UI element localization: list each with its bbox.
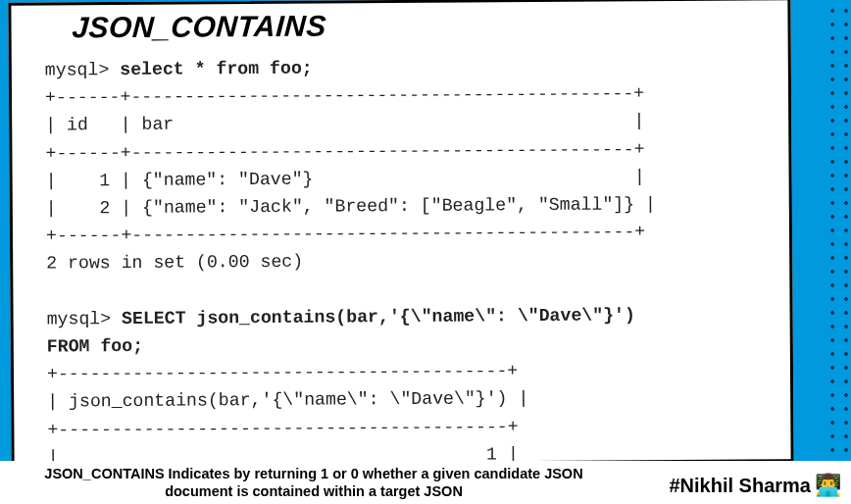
slide-page: JSON_CONTAINS mysql> select * from foo; … (8, 0, 793, 468)
pattern-dots (822, 0, 851, 504)
author-credit: #Nikhil Sharma 👨‍💻 (669, 473, 841, 498)
rows-message: 2 rows in set (0.00 sec) (46, 252, 303, 274)
caption-bar: JSON_CONTAINS Indicates by returning 1 o… (0, 461, 851, 504)
sql-query: SELECT json_contains(bar,'{\"name\": \"D… (122, 305, 635, 328)
laptop-person-icon: 👨‍💻 (815, 473, 841, 498)
table-header: | id | bar | (45, 112, 644, 135)
prompt: mysql> (47, 309, 112, 328)
slide-title: JSON_CONTAINS (71, 6, 755, 44)
terminal-output: mysql> select * from foo; +------+------… (45, 51, 758, 467)
sql-query: FROM foo; (47, 336, 143, 357)
table-divider: +------+--------------------------------… (45, 139, 644, 163)
prompt: mysql> (45, 60, 110, 79)
table-divider: +------+--------------------------------… (45, 83, 644, 107)
table-divider: +---------------------------------------… (47, 361, 518, 383)
slide-caption: JSON_CONTAINS Indicates by returning 1 o… (0, 463, 627, 502)
sql-query: select * from foo; (120, 59, 313, 79)
author-name: #Nikhil Sharma (669, 475, 811, 497)
table-row: | 2 | {"name": "Jack", "Breed": ["Beagle… (46, 194, 656, 218)
table-divider: +------+--------------------------------… (46, 222, 645, 245)
table-divider: +---------------------------------------… (47, 417, 518, 439)
table-header: | json_contains(bar,'{\"name\": \"Dave\"… (47, 389, 528, 412)
table-row: | 1 | {"name": "Dave"} | (46, 167, 645, 190)
